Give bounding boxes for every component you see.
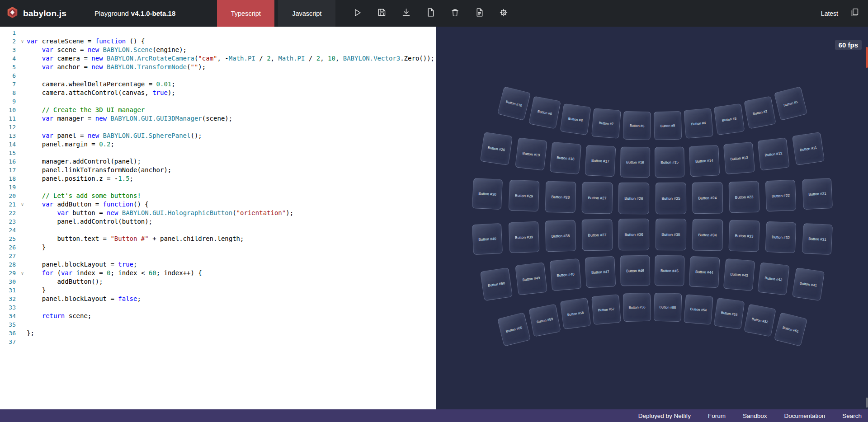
holographic-button[interactable]: Button #54	[684, 294, 713, 324]
holographic-button[interactable]: Button #3	[714, 103, 745, 135]
footer-link-deployed-by-netlify[interactable]: Deployed by Netlify	[638, 413, 691, 419]
holographic-button[interactable]: Button #56	[623, 292, 651, 321]
code-line[interactable]: 15	[0, 149, 436, 157]
holographic-button[interactable]: Button #60	[497, 312, 531, 347]
holographic-button[interactable]: Button #57	[591, 294, 621, 324]
holographic-button[interactable]: Button #41	[792, 267, 825, 301]
code-line[interactable]: 4 var camera = new BABYLON.ArcRotateCame…	[0, 54, 436, 63]
tab-javascript[interactable]: Javascript	[278, 0, 335, 27]
holographic-button[interactable]: Button #17	[585, 145, 616, 177]
holographic-button[interactable]: Button #22	[765, 180, 796, 212]
fold-chevron-icon[interactable]: ∨	[18, 37, 27, 46]
code-line[interactable]: 23 panel.addControl(button);	[0, 217, 436, 226]
pages-button[interactable]	[848, 7, 861, 20]
holographic-button[interactable]: Button #53	[714, 298, 745, 329]
holographic-button[interactable]: Button #51	[774, 312, 807, 347]
holographic-button[interactable]: Button #23	[728, 181, 760, 213]
code-line[interactable]: 27	[0, 252, 436, 260]
code-line[interactable]: 32 panel.blockLayout = false;	[0, 295, 436, 303]
holographic-button[interactable]: Button #39	[509, 221, 540, 253]
holographic-button[interactable]: Button #6	[623, 111, 651, 140]
fold-chevron-icon[interactable]: ∨	[18, 200, 27, 209]
editor-scrollbar[interactable]	[430, 27, 436, 409]
holographic-button[interactable]: Button #37	[582, 219, 613, 251]
holographic-button[interactable]: Button #59	[528, 304, 561, 337]
page-scrollbar-thumb[interactable]	[866, 47, 868, 68]
clear-button[interactable]	[448, 7, 461, 20]
holographic-button[interactable]: Button #9	[528, 96, 561, 129]
page-scrollbar-thumb-bottom[interactable]	[866, 398, 868, 408]
code-line[interactable]: 37	[0, 338, 436, 346]
holographic-button[interactable]: Button #10	[497, 86, 531, 121]
holographic-button[interactable]: Button #7	[591, 108, 621, 139]
footer-link-sandbox[interactable]: Sandbox	[743, 413, 767, 419]
code-line[interactable]: 6	[0, 71, 436, 80]
footer-link-forum[interactable]: Forum	[708, 413, 726, 419]
footer-link-documentation[interactable]: Documentation	[784, 413, 825, 419]
code-line[interactable]: 12	[0, 123, 436, 131]
code-line[interactable]: 19	[0, 183, 436, 192]
holographic-button[interactable]: Button #40	[472, 223, 503, 255]
holographic-button[interactable]: Button #16	[620, 146, 650, 178]
code-line[interactable]: 21∨ var addButton = function() {	[0, 200, 436, 209]
holographic-button[interactable]: Button #52	[744, 304, 776, 337]
code-line[interactable]: 24	[0, 226, 436, 234]
holographic-button[interactable]: Button #13	[723, 142, 755, 174]
examples-button[interactable]	[473, 7, 486, 20]
code-line[interactable]: 5 var anchor = new BABYLON.TransformNode…	[0, 63, 436, 71]
code-line[interactable]: 34 return scene;	[0, 312, 436, 320]
holographic-button[interactable]: Button #20	[480, 132, 513, 165]
code-line[interactable]: 1	[0, 28, 436, 37]
holographic-button[interactable]: Button #8	[560, 103, 591, 135]
code-line[interactable]: 20 // Let's add some buttons!	[0, 192, 436, 200]
code-line[interactable]: 2∨var createScene = function () {	[0, 37, 436, 46]
holographic-button[interactable]: Button #29	[509, 180, 540, 212]
code-line[interactable]: 7 camera.wheelDeltaPercentage = 0.01;	[0, 80, 436, 89]
holographic-button[interactable]: Button #25	[655, 183, 686, 215]
code-line[interactable]: 30 addButton();	[0, 277, 436, 286]
code-line[interactable]: 31 }	[0, 286, 436, 295]
holographic-button[interactable]: Button #27	[582, 182, 613, 214]
code-line[interactable]: 3 var scene = new BABYLON.Scene(engine);	[0, 46, 436, 54]
code-line[interactable]: 18 panel.position.z = -1.5;	[0, 174, 436, 183]
holographic-button[interactable]: Button #14	[689, 145, 720, 177]
holographic-button[interactable]: Button #44	[689, 256, 720, 288]
footer-link-search[interactable]: Search	[842, 413, 862, 419]
holographic-button[interactable]: Button #48	[550, 258, 581, 291]
holographic-button[interactable]: Button #50	[480, 267, 513, 301]
holographic-button[interactable]: Button #31	[802, 223, 833, 255]
download-button[interactable]	[400, 7, 412, 20]
code-line[interactable]: 22 var button = new BABYLON.GUI.Holograp…	[0, 209, 436, 217]
version-dropdown[interactable]: Latest	[821, 10, 838, 17]
holographic-button[interactable]: Button #58	[560, 298, 591, 329]
holographic-button[interactable]: Button #36	[618, 219, 650, 251]
render-canvas[interactable]: Button #1Button #2Button #3Button #4Butt…	[436, 27, 868, 409]
holographic-button[interactable]: Button #55	[654, 292, 682, 321]
settings-button[interactable]	[497, 7, 510, 20]
code-line[interactable]: 17 panel.linkToTransformNode(anchor);	[0, 166, 436, 174]
holographic-button[interactable]: Button #19	[515, 137, 547, 170]
holographic-button[interactable]: Button #12	[758, 137, 790, 170]
code-line[interactable]: 8 camera.attachControl(canvas, true);	[0, 89, 436, 97]
holographic-button[interactable]: Button #21	[802, 178, 833, 210]
code-line[interactable]: 11 var manager = new BABYLON.GUI.GUI3DMa…	[0, 114, 436, 123]
holographic-button[interactable]: Button #46	[620, 255, 650, 286]
code-line[interactable]: 14 panel.margin = 0.2;	[0, 140, 436, 149]
holographic-button[interactable]: Button #35	[655, 219, 686, 251]
holographic-button[interactable]: Button #26	[618, 183, 650, 215]
code-line[interactable]: 9	[0, 97, 436, 106]
holographic-button[interactable]: Button #47	[585, 256, 616, 288]
code-line[interactable]: 28 panel.blockLayout = true;	[0, 260, 436, 269]
holographic-button[interactable]: Button #4	[684, 108, 713, 139]
holographic-button[interactable]: Button #1	[774, 86, 807, 121]
holographic-button[interactable]: Button #15	[655, 146, 685, 178]
code-line[interactable]: 10 // Create the 3D UI manager	[0, 106, 436, 114]
holographic-button[interactable]: Button #30	[472, 178, 503, 210]
brand[interactable]: babylon.js	[0, 6, 66, 20]
tab-typescript[interactable]: Typescript	[217, 0, 274, 27]
holographic-button[interactable]: Button #11	[792, 132, 825, 165]
new-button[interactable]	[424, 7, 437, 20]
holographic-button[interactable]: Button #28	[545, 181, 576, 213]
holographic-button[interactable]: Button #45	[655, 255, 685, 286]
holographic-button[interactable]: Button #43	[723, 258, 755, 291]
